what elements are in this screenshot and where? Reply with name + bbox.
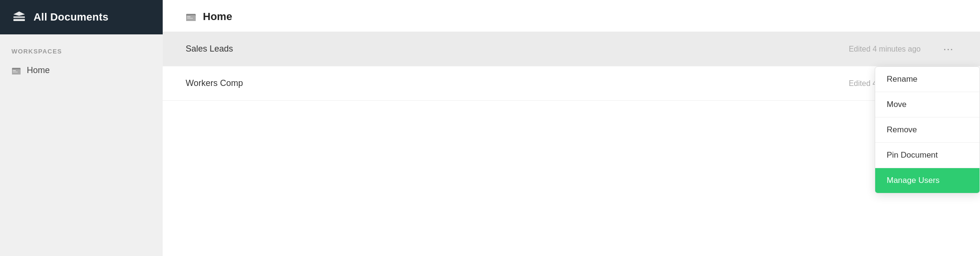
home-icon	[186, 11, 196, 22]
document-timestamp: Edited 4 minutes ago	[849, 45, 921, 53]
remove-menu-item[interactable]: Remove	[875, 117, 980, 143]
main-header: Home	[163, 0, 980, 32]
more-options-button[interactable]: ···	[940, 41, 957, 58]
main-content: Home Sales Leads Edited 4 minutes ago ··…	[163, 0, 980, 256]
move-menu-item[interactable]: Move	[875, 92, 980, 117]
table-row: Sales Leads Edited 4 minutes ago ··· Ren…	[163, 32, 980, 66]
manage-users-menu-item[interactable]: Manage Users	[875, 168, 980, 193]
document-name: Sales Leads	[186, 44, 849, 54]
all-documents-nav[interactable]: All Documents	[0, 0, 163, 34]
home-folder-icon	[11, 66, 21, 75]
table-row: Workers Comp Edited 4 minutes ago ···	[163, 66, 980, 101]
svg-rect-1	[13, 16, 25, 18]
svg-marker-2	[13, 11, 25, 16]
page-title: Home	[203, 11, 232, 23]
svg-rect-10	[187, 18, 193, 19]
svg-rect-5	[13, 70, 16, 71]
sidebar-item-home-label: Home	[27, 65, 50, 75]
logo-icon	[11, 10, 27, 25]
svg-rect-0	[13, 19, 25, 21]
rename-menu-item[interactable]: Rename	[875, 67, 980, 92]
svg-rect-6	[13, 72, 18, 73]
all-documents-label: All Documents	[33, 11, 109, 23]
sidebar-item-home[interactable]: Home	[0, 61, 163, 80]
sidebar: All Documents WORKSPACES Home	[0, 0, 163, 256]
workspaces-section-label: WORKSPACES	[0, 34, 163, 61]
document-name: Workers Comp	[186, 78, 849, 88]
document-list: Sales Leads Edited 4 minutes ago ··· Ren…	[163, 32, 980, 256]
pin-document-menu-item[interactable]: Pin Document	[875, 143, 980, 168]
svg-rect-9	[187, 17, 190, 18]
context-menu: Rename Move Remove Pin Document Manage U…	[875, 66, 980, 193]
